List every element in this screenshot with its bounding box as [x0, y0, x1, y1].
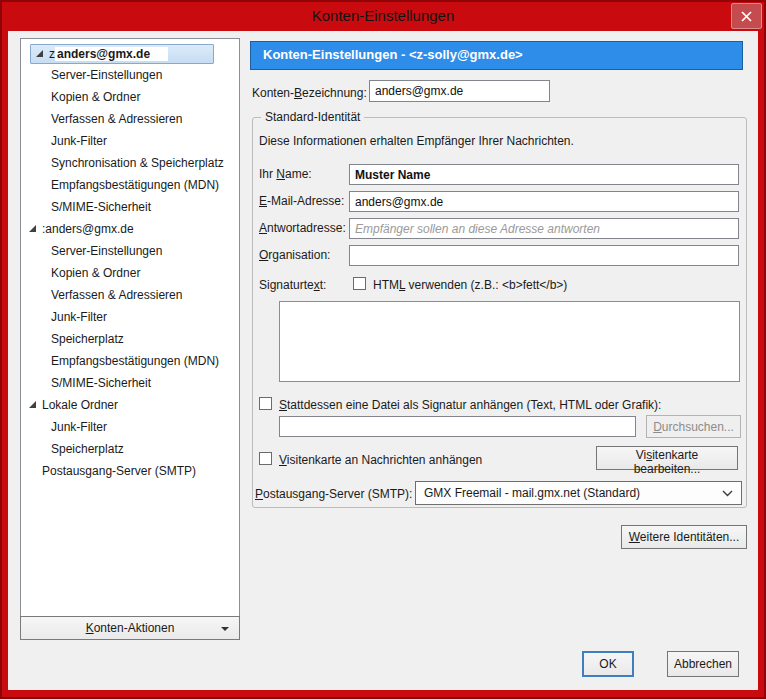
window-title: Konten-Einstellungen [312, 7, 455, 24]
tree-item-local-folders[interactable]: Lokale Ordner [21, 394, 239, 416]
organization-input[interactable] [349, 245, 739, 266]
tree-item-label: Lokale Ordner [42, 398, 118, 412]
tree-item-label: Postausgang-Server (SMTP) [42, 464, 196, 478]
tree-item-sync-storage-1[interactable]: Synchronisation & Speicherplatz [21, 152, 239, 174]
tree-item-label: Junk-Filter [51, 420, 107, 434]
attach-vcard-label: Visitenkarte an Nachrichten anhängen [279, 453, 482, 468]
tree-item-smime-2[interactable]: S/MIME-Sicherheit [21, 372, 239, 394]
tree-item-account-2[interactable]: :anders@gmx.de [21, 218, 239, 240]
html-signature-label: HTML verwenden (z.B.: <b>fett</b>) [373, 278, 567, 293]
account-settings-dialog: Konten-Einstellungen zanders@gmx.de Serv… [0, 0, 766, 699]
tree-item-label: anders@gmx.de [45, 222, 133, 236]
tree-item-label: Synchronisation & Speicherplatz [51, 156, 224, 170]
tree-item-junk-1[interactable]: Junk-Filter [21, 130, 239, 152]
browse-button-label: Durchsuchen... [653, 420, 734, 434]
tree-item-junk-local[interactable]: Junk-Filter [21, 416, 239, 438]
tree-item-junk-2[interactable]: Junk-Filter [21, 306, 239, 328]
reply-to-input[interactable] [349, 218, 739, 239]
tree-item-mdn-1[interactable]: Empfangsbestätigungen (MDN) [21, 174, 239, 196]
tree-item-mdn-2[interactable]: Empfangsbestätigungen (MDN) [21, 350, 239, 372]
tree-item-label: Junk-Filter [51, 134, 107, 148]
selected-row-highlight: zanders@gmx.de [30, 44, 214, 64]
titlebar: Konten-Einstellungen [2, 2, 764, 31]
account-tree: zanders@gmx.de Server-Einstellungen Kopi… [20, 38, 240, 617]
cancel-button-label: Abbrechen [674, 657, 732, 671]
tree-item-server-settings-1[interactable]: Server-Einstellungen [21, 64, 239, 86]
edit-vcard-button-label: Visitenkarte bearbeiten... [634, 448, 701, 476]
account-actions-label: Konten-Aktionen [86, 621, 175, 635]
panel-header: Konten-Einstellungen - <z-solly@gmx.de> [250, 41, 743, 70]
tree-item-composition-2[interactable]: Verfassen & Adressieren [21, 284, 239, 306]
html-signature-checkbox[interactable] [353, 277, 366, 290]
smtp-server-value: GMX Freemail - mail.gmx.net (Standard) [424, 486, 640, 500]
tree-item-storage-2[interactable]: Speicherplatz [21, 328, 239, 350]
ok-button[interactable]: OK [582, 651, 634, 677]
tree-item-server-settings-2[interactable]: Server-Einstellungen [21, 240, 239, 262]
tree-item-smtp-server[interactable]: Postausgang-Server (SMTP) [21, 460, 239, 482]
tree-item-composition-1[interactable]: Verfassen & Adressieren [21, 108, 239, 130]
more-identities-button[interactable]: Weitere Identitäten... [621, 525, 747, 549]
name-input[interactable] [349, 164, 739, 185]
signature-file-path-input[interactable] [279, 416, 636, 437]
close-button[interactable] [731, 3, 762, 29]
chevron-down-icon [722, 490, 733, 497]
more-identities-button-label: Weitere Identitäten... [629, 530, 740, 544]
account-actions-button[interactable]: Konten-Aktionen [20, 616, 240, 640]
close-icon [741, 11, 752, 22]
tree-item-label: Junk-Filter [51, 310, 107, 324]
browse-button[interactable]: Durchsuchen... [646, 415, 741, 438]
tree-item-copies-folders-2[interactable]: Kopien & Ordner [21, 262, 239, 284]
tree-item-label: Verfassen & Adressieren [51, 112, 182, 126]
tree-item-copies-folders-1[interactable]: Kopien & Ordner [21, 86, 239, 108]
expanded-triangle-icon[interactable] [29, 401, 36, 408]
default-identity-group: Standard-Identität Diese Informationen e… [252, 117, 747, 508]
account-name-input[interactable] [369, 80, 550, 102]
signature-textarea[interactable] [279, 301, 740, 382]
email-label: E-Mail-Adresse: [259, 194, 344, 209]
tree-item-smime-1[interactable]: S/MIME-Sicherheit [21, 196, 239, 218]
cancel-button[interactable]: Abbrechen [667, 651, 739, 677]
attach-signature-file-checkbox[interactable] [259, 397, 272, 410]
tree-item-storage-local[interactable]: Speicherplatz [21, 438, 239, 460]
tree-item-label: Empfangsbestätigungen (MDN) [51, 354, 219, 368]
expanded-triangle-icon[interactable] [29, 225, 36, 232]
tree-item-label: Speicherplatz [51, 442, 124, 456]
attach-vcard-checkbox[interactable] [259, 452, 272, 465]
tree-item-label: S/MIME-Sicherheit [51, 376, 151, 390]
account-name-label: Konten-Bezeichnung: [252, 86, 367, 101]
name-label: Ihr Name: [259, 167, 312, 182]
identity-info-text: Diese Informationen erhalten Empfänger I… [259, 134, 574, 149]
tree-item-label: Server-Einstellungen [51, 68, 162, 82]
edit-vcard-button[interactable]: Visitenkarte bearbeiten... [596, 446, 738, 470]
tree-item-label: S/MIME-Sicherheit [51, 200, 151, 214]
email-input[interactable] [349, 191, 739, 212]
tree-item-label: Verfassen & Adressieren [51, 288, 182, 302]
tree-item-label: anders@gmx.de [55, 47, 168, 61]
tree-item-account-1[interactable]: zanders@gmx.de [21, 42, 239, 64]
dropdown-caret-icon [221, 627, 229, 631]
tree-item-label: Server-Einstellungen [51, 244, 162, 258]
ok-button-label: OK [599, 657, 616, 671]
tree-item-label: Kopien & Ordner [51, 266, 140, 280]
organization-label: Organisation: [259, 248, 330, 263]
tree-item-label: Kopien & Ordner [51, 90, 140, 104]
signature-label: Signaturtext: [259, 278, 326, 293]
smtp-server-select[interactable]: GMX Freemail - mail.gmx.net (Standard) [415, 481, 742, 505]
reply-to-label: Antwortadresse: [259, 221, 346, 236]
dialog-body: zanders@gmx.de Server-Einstellungen Kopi… [8, 31, 758, 690]
expanded-triangle-icon[interactable] [36, 50, 43, 57]
tree-item-label: Speicherplatz [51, 332, 124, 346]
smtp-server-label: Postausgang-Server (SMTP): [255, 487, 412, 502]
group-legend: Standard-Identität [261, 110, 364, 124]
attach-signature-file-label: Stattdessen eine Datei als Signatur anhä… [279, 398, 661, 413]
tree-item-label: Empfangsbestätigungen (MDN) [51, 178, 219, 192]
